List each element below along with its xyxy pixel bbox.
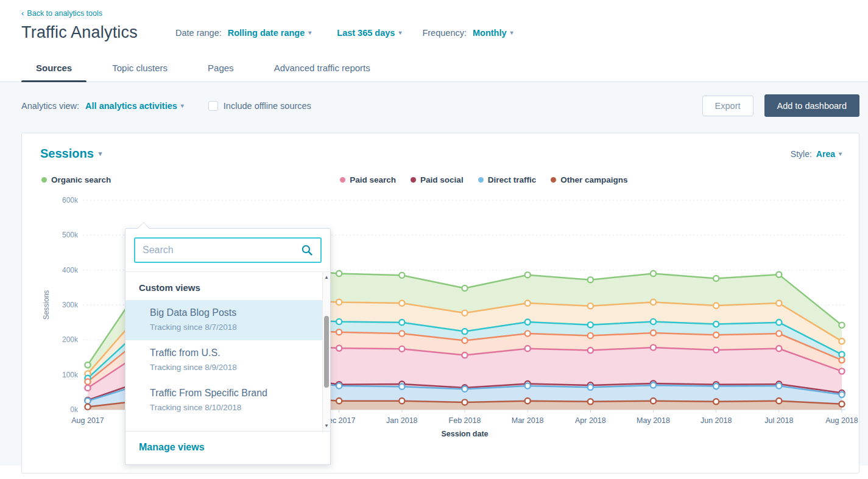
tab-pages[interactable]: Pages — [193, 63, 249, 82]
data-point[interactable] — [588, 333, 593, 338]
data-point[interactable] — [399, 398, 404, 404]
data-point[interactable] — [525, 346, 531, 351]
data-point[interactable] — [462, 399, 467, 405]
data-point[interactable] — [399, 330, 404, 336]
data-point[interactable] — [85, 404, 90, 410]
data-point[interactable] — [336, 271, 342, 276]
data-point[interactable] — [525, 330, 531, 336]
data-point[interactable] — [525, 319, 531, 324]
data-point[interactable] — [85, 385, 90, 391]
data-point[interactable] — [462, 352, 467, 358]
legend-item-other-campaigns[interactable]: Other campaigns — [551, 175, 627, 184]
data-point[interactable] — [525, 398, 531, 404]
data-point[interactable] — [336, 398, 342, 404]
legend-item-paid-search[interactable]: Paid search — [340, 175, 396, 184]
data-point[interactable] — [651, 299, 656, 305]
data-point[interactable] — [462, 338, 467, 343]
data-point[interactable] — [85, 379, 90, 385]
data-point[interactable] — [776, 346, 782, 351]
analytics-view-dropdown[interactable]: All analytics activities ▾ — [85, 101, 184, 111]
scrollbar-thumb[interactable] — [324, 316, 329, 388]
data-point[interactable] — [525, 301, 531, 306]
scrollbar: ▲ ▼ — [322, 272, 330, 431]
data-point[interactable] — [713, 399, 719, 404]
data-point[interactable] — [713, 276, 719, 281]
data-point[interactable] — [651, 382, 656, 388]
data-point[interactable] — [839, 357, 844, 363]
view-list-item-big-data-blog-posts[interactable]: Big Data Blog PostsTracking since 8/7/20… — [125, 300, 324, 340]
view-list-item-traffic-from-specific-brand[interactable]: Traffic From Specific BrandTracking sinc… — [125, 380, 324, 421]
data-point[interactable] — [713, 347, 719, 352]
legend-item-direct-traffic[interactable]: Direct traffic — [478, 175, 537, 184]
data-point[interactable] — [588, 399, 593, 404]
legend-item-paid-social[interactable]: Paid social — [411, 175, 464, 184]
data-point[interactable] — [588, 277, 593, 282]
metric-dropdown[interactable]: Sessions ▾ — [40, 147, 102, 161]
data-point[interactable] — [651, 330, 656, 335]
data-point[interactable] — [776, 301, 782, 306]
include-offline-label: Include offline sources — [224, 101, 311, 111]
data-point[interactable] — [85, 398, 90, 404]
data-point[interactable] — [839, 323, 844, 328]
back-to-analytics-link[interactable]: ‹ Back to analytics tools — [21, 9, 102, 18]
data-point[interactable] — [336, 345, 342, 351]
data-point[interactable] — [399, 320, 404, 325]
chevron-down-icon: ▾ — [308, 30, 311, 36]
data-point[interactable] — [588, 385, 593, 390]
data-point[interactable] — [336, 383, 342, 388]
data-point[interactable] — [525, 383, 531, 388]
manage-views-link[interactable]: Manage views — [139, 442, 205, 452]
data-point[interactable] — [839, 338, 844, 344]
data-point[interactable] — [776, 383, 782, 388]
data-point[interactable] — [839, 352, 844, 357]
data-point[interactable] — [588, 322, 593, 327]
view-list-item-traffic-from-u-s-[interactable]: Traffic from U.S.Tracking since 8/9/2018 — [125, 340, 324, 380]
view-search-input[interactable] — [143, 245, 301, 256]
add-to-dashboard-button[interactable]: Add to dashboard — [764, 94, 859, 117]
data-point[interactable] — [776, 320, 782, 325]
data-point[interactable] — [651, 271, 656, 276]
data-point[interactable] — [713, 303, 719, 309]
chart-style-dropdown[interactable]: Area ▾ — [816, 149, 842, 159]
tab-topic-clusters[interactable]: Topic clusters — [97, 63, 182, 82]
export-button[interactable]: Export — [702, 96, 753, 116]
data-point[interactable] — [776, 272, 782, 278]
data-point[interactable] — [776, 398, 782, 404]
legend-item-organic-search[interactable]: Organic search — [41, 175, 111, 184]
data-point[interactable] — [713, 332, 719, 338]
scrollbar-down-button[interactable]: ▼ — [323, 422, 330, 430]
data-point[interactable] — [399, 301, 404, 306]
data-point[interactable] — [588, 303, 593, 309]
data-point[interactable] — [336, 319, 342, 324]
data-point[interactable] — [462, 310, 467, 316]
tab-advanced-traffic-reports[interactable]: Advanced traffic reports — [259, 63, 385, 82]
data-point[interactable] — [588, 348, 593, 353]
data-point[interactable] — [525, 272, 531, 278]
data-point[interactable] — [399, 384, 404, 390]
frequency-dropdown[interactable]: Monthly ▾ — [473, 28, 513, 38]
data-point[interactable] — [713, 321, 719, 327]
data-point[interactable] — [85, 362, 90, 368]
data-point[interactable] — [713, 383, 719, 389]
scrollbar-up-button[interactable]: ▲ — [323, 273, 330, 282]
date-range-period-dropdown[interactable]: Last 365 days ▾ — [337, 28, 401, 38]
date-range-type-dropdown[interactable]: Rolling date range ▾ — [228, 28, 312, 38]
include-offline-checkbox[interactable] — [208, 101, 218, 111]
data-point[interactable] — [336, 329, 342, 335]
data-point[interactable] — [462, 285, 467, 291]
data-point[interactable] — [651, 319, 656, 324]
data-point[interactable] — [776, 330, 782, 336]
data-point[interactable] — [839, 401, 844, 407]
data-point[interactable] — [462, 329, 467, 334]
data-point[interactable] — [651, 344, 656, 350]
data-point[interactable] — [336, 299, 342, 305]
chevron-down-icon: ▾ — [839, 151, 842, 157]
tab-sources[interactable]: Sources — [21, 63, 86, 82]
data-point[interactable] — [399, 346, 404, 352]
data-point[interactable] — [839, 368, 844, 374]
data-point[interactable] — [399, 273, 404, 278]
data-point[interactable] — [839, 392, 844, 397]
data-point[interactable] — [462, 386, 467, 392]
data-point[interactable] — [651, 398, 656, 404]
legend-label: Paid social — [420, 175, 464, 184]
